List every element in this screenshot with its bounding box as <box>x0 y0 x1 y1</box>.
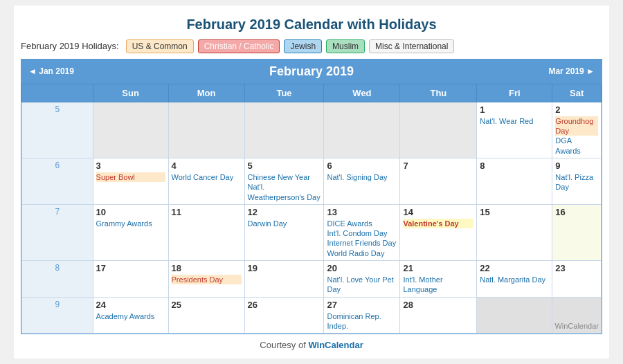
calendar-month-title: February 2019 <box>269 64 354 79</box>
cell-feb-4: 4 World Cancer Day <box>168 158 244 204</box>
cell-feb-25: 25 <box>168 297 244 334</box>
week-num-6: 6 <box>22 158 93 204</box>
cell-feb-8: 8 <box>477 158 552 204</box>
cell-feb-7: 7 <box>400 158 477 204</box>
page-title: February 2019 Calendar with Holidays <box>21 17 602 33</box>
wincalendar-label: WinCalendar <box>554 322 599 330</box>
cell-feb-23: 23 <box>552 261 602 298</box>
cell-feb-13: 13 DICE Awards Int'l. Condom Day Interne… <box>324 204 400 260</box>
cell-empty <box>477 297 552 334</box>
cell-feb-26: 26 <box>244 297 324 334</box>
cell-feb-11: 11 <box>168 204 244 260</box>
tag-jewish[interactable]: Jewish <box>284 39 322 53</box>
cell-feb-22: 22 Natl. Margarita Day <box>477 261 552 298</box>
cell-feb-27: 27 Dominican Rep. Indep. <box>324 297 400 334</box>
calendar: ◄ Jan 2019 February 2019 Mar 2019 ► Sun … <box>21 59 602 334</box>
table-row: 9 24 Academy Awards 25 26 27 Dominican R… <box>22 297 602 334</box>
cell-feb-12: 12 Darwin Day <box>244 204 324 260</box>
week-num-8: 8 <box>22 261 93 298</box>
week-num-header <box>22 84 93 102</box>
header-fri: Fri <box>477 84 552 102</box>
header-sat: Sat <box>552 84 602 102</box>
tag-misc[interactable]: Misc & International <box>369 39 454 53</box>
cell-feb-1: 1 Nat'l. Wear Red <box>477 102 552 158</box>
header-wed: Wed <box>324 84 400 102</box>
cell-empty <box>168 102 244 158</box>
cell-feb-10: 10 Grammy Awards <box>93 204 168 260</box>
table-row: 8 17 18 Presidents Day 19 20 Nat'l. Love… <box>22 261 602 298</box>
header-thu: Thu <box>400 84 477 102</box>
wincalendar-link[interactable]: WinCalendar <box>308 340 363 350</box>
cell-feb-20: 20 Nat'l. Love Your Pet Day <box>324 261 400 298</box>
cell-feb-15: 15 <box>477 204 552 260</box>
next-month-button[interactable]: Mar 2019 ► <box>548 66 595 76</box>
courtesy-text: Courtesy of WinCalendar <box>21 340 602 350</box>
filter-label: February 2019 Holidays: <box>21 41 119 51</box>
cell-feb-14: 14 Valentine's Day <box>400 204 477 260</box>
cell-feb-3: 3 Super Bowl <box>93 158 168 204</box>
tag-muslim[interactable]: Muslim <box>326 39 365 53</box>
cell-feb-18: 18 Presidents Day <box>168 261 244 298</box>
table-row: 7 10 Grammy Awards 11 12 Darwin Day 13 <box>22 204 602 260</box>
tag-us[interactable]: US & Common <box>126 39 194 53</box>
week-num-5: 5 <box>22 102 93 158</box>
cell-empty <box>400 102 477 158</box>
header-tue: Tue <box>244 84 324 102</box>
cell-feb-5: 5 Chinese New Year Nat'l. Weatherperson'… <box>244 158 324 204</box>
cell-feb-9: 9 Nat'l. Pizza Day <box>552 158 602 204</box>
cell-feb-21: 21 Int'l. Mother Language <box>400 261 477 298</box>
cell-empty <box>93 102 168 158</box>
week-num-7: 7 <box>22 204 93 260</box>
cell-feb-19: 19 <box>244 261 324 298</box>
table-row: 5 1 Nat'l. Wear Red 2 Groundhog Day DGA … <box>22 102 602 158</box>
cell-feb-24: 24 Academy Awards <box>93 297 168 334</box>
cell-feb-28: 28 <box>400 297 477 334</box>
header-sun: Sun <box>93 84 168 102</box>
cell-empty <box>324 102 400 158</box>
week-num-9: 9 <box>22 297 93 334</box>
filter-bar: February 2019 Holidays: US & Common Chri… <box>21 39 602 53</box>
header-mon: Mon <box>168 84 244 102</box>
cell-feb-2: 2 Groundhog Day DGA Awards <box>552 102 602 158</box>
tag-christian[interactable]: Christian / Catholic <box>198 39 280 53</box>
prev-month-button[interactable]: ◄ Jan 2019 <box>28 66 74 76</box>
cell-feb-16: 16 <box>552 204 602 260</box>
cell-feb-17: 17 <box>93 261 168 298</box>
cell-feb-6: 6 Nat'l. Signing Day <box>324 158 400 204</box>
cell-empty <box>244 102 324 158</box>
cell-empty-wincalendar: WinCalendar <box>552 297 602 334</box>
calendar-table: Sun Mon Tue Wed Thu Fri Sat 5 <box>21 84 602 334</box>
table-row: 6 3 Super Bowl 4 World Cancer Day 5 Chin… <box>22 158 602 204</box>
calendar-header: ◄ Jan 2019 February 2019 Mar 2019 ► <box>21 60 602 84</box>
